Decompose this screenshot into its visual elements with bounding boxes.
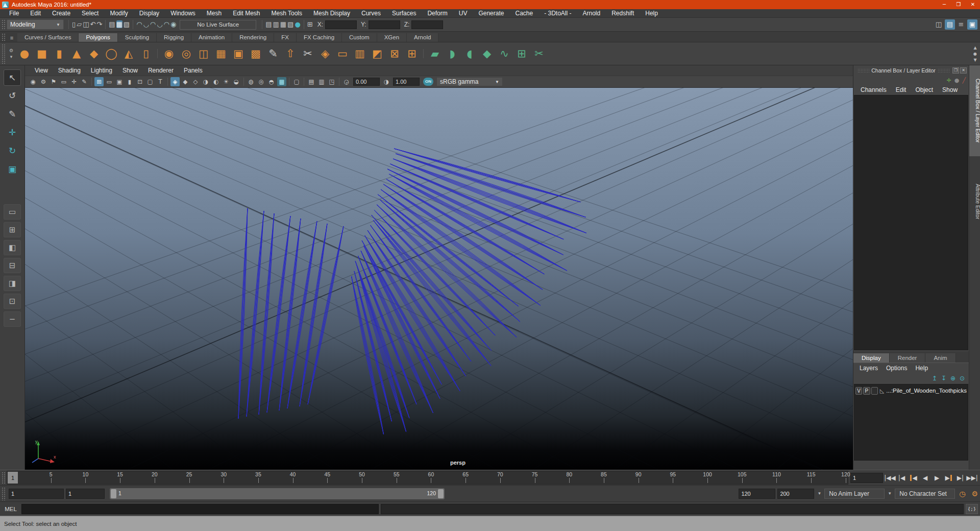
timeline-frame-15[interactable]: 15 bbox=[87, 471, 122, 484]
bookmark-icon[interactable]: ⚑ bbox=[49, 77, 58, 86]
anim-layer-select[interactable]: No Anim Layer bbox=[824, 489, 885, 499]
cut-sew-uv-icon[interactable]: ✂ bbox=[531, 45, 547, 62]
auto-keyframe-icon[interactable]: ◷ bbox=[957, 490, 967, 498]
layer-editor-tab-anim[interactable]: Anim bbox=[925, 353, 955, 363]
layer-display-type-toggle[interactable] bbox=[871, 387, 878, 395]
safe-title-icon[interactable]: T bbox=[156, 77, 165, 86]
menu-edit-mesh[interactable]: Edit Mesh bbox=[228, 9, 265, 17]
shelf-tab-rendering[interactable]: Rendering bbox=[232, 33, 274, 42]
menu-display[interactable]: Display bbox=[134, 9, 164, 17]
play-forwards-button[interactable]: ▶ bbox=[931, 472, 943, 484]
layout-two-pane-side[interactable]: ◧ bbox=[4, 240, 21, 255]
scroll-up-icon[interactable]: ▲ bbox=[973, 45, 976, 50]
exposure-icon[interactable]: ◶ bbox=[342, 77, 351, 86]
timeline-frame-75[interactable]: 75 bbox=[502, 471, 537, 484]
exposure-field[interactable] bbox=[353, 78, 380, 86]
quad-draw-icon[interactable]: ◩ bbox=[370, 45, 385, 62]
menu-file[interactable]: File bbox=[4, 9, 24, 17]
timeline-frame-25[interactable]: 25 bbox=[157, 471, 191, 484]
separate-icon[interactable]: ◎ bbox=[179, 45, 194, 62]
snap-to-grids-icon[interactable]: ◠ bbox=[136, 20, 142, 28]
menu-deform[interactable]: Deform bbox=[422, 9, 452, 17]
image-plane-icon[interactable]: ▭ bbox=[59, 77, 68, 86]
shelf-scrollbar[interactable]: ▲ ● ▼ bbox=[972, 45, 980, 62]
command-line-language-label[interactable]: MEL bbox=[2, 506, 19, 512]
go-to-start-button[interactable]: |◀◀ bbox=[884, 472, 896, 484]
bevel-icon[interactable]: ◈ bbox=[317, 45, 333, 62]
snap-to-view-planes-icon[interactable]: ◠ bbox=[164, 20, 169, 28]
view-transform-select[interactable]: sRGB gamma ▼ bbox=[436, 77, 503, 86]
timeline-frame-90[interactable]: 90 bbox=[606, 471, 641, 484]
character-set-select[interactable]: No Character Set bbox=[895, 489, 955, 499]
panel-close-button[interactable]: ✕ bbox=[960, 67, 967, 74]
timeline-frame-5[interactable]: 5 bbox=[18, 471, 53, 484]
timeline-ruler[interactable]: 1 51015202530354045505560657075808590951… bbox=[7, 471, 848, 485]
range-drag-handle[interactable] bbox=[1, 487, 6, 500]
layer-editor-tab-display[interactable]: Display bbox=[853, 353, 890, 363]
menu-set-selector[interactable]: Modeling ▼ bbox=[7, 19, 64, 30]
viewport-menu-panels[interactable]: Panels bbox=[179, 67, 207, 74]
open-scene-icon[interactable]: ▱ bbox=[77, 20, 82, 28]
layer-playback-toggle[interactable]: P bbox=[863, 387, 870, 395]
reduce-icon[interactable]: ▩ bbox=[248, 45, 263, 62]
channel-box-menu-object[interactable]: Object bbox=[911, 86, 937, 93]
timeline-frame-120[interactable]: 120 bbox=[813, 471, 848, 484]
xray-display-icon[interactable]: ◍ bbox=[247, 77, 256, 86]
gamma-field[interactable] bbox=[393, 78, 420, 86]
timeline-frame-40[interactable]: 40 bbox=[260, 471, 295, 484]
menu-create[interactable]: Create bbox=[47, 9, 76, 17]
layout-four-pane[interactable]: ⊞ bbox=[4, 222, 21, 237]
layer-row[interactable]: VP◺...:Pile_of_Wooden_Toothpicks bbox=[855, 385, 967, 396]
timeline-frame-105[interactable]: 105 bbox=[709, 471, 744, 484]
statusline-drag-handle[interactable] bbox=[1, 19, 6, 30]
menu-redshift[interactable]: Redshift bbox=[606, 9, 639, 17]
select-camera-icon[interactable]: ◉ bbox=[29, 77, 38, 86]
maximize-button[interactable]: ❒ bbox=[951, 0, 966, 9]
cylindrical-mapping-icon[interactable]: ◗ bbox=[445, 45, 460, 62]
render-current-frame-icon[interactable]: ▥ bbox=[273, 20, 279, 28]
layout-collapse[interactable]: − bbox=[4, 311, 21, 327]
layer-add-empty-icon[interactable]: ⊕ bbox=[950, 375, 955, 382]
select-by-hierarchy-icon[interactable]: ▤ bbox=[109, 20, 115, 28]
insert-edge-loop-icon[interactable]: ▥ bbox=[352, 45, 368, 62]
channel-box-menu-show[interactable]: Show bbox=[938, 86, 962, 93]
channel-list-area[interactable] bbox=[854, 95, 968, 350]
viewport-menu-renderer[interactable]: Renderer bbox=[143, 67, 178, 74]
timeline-frame-55[interactable]: 55 bbox=[364, 471, 399, 484]
shelf-tab-curves-surfaces[interactable]: Curves / Surfaces bbox=[17, 33, 79, 42]
new-scene-icon[interactable]: ▯ bbox=[72, 20, 76, 28]
snap-to-projected-center-icon[interactable]: ◡ bbox=[157, 20, 162, 28]
menu-mesh[interactable]: Mesh bbox=[202, 9, 227, 17]
menu-uv[interactable]: UV bbox=[454, 9, 473, 17]
shelf-tab-animation[interactable]: Animation bbox=[191, 33, 232, 42]
viewport-canvas[interactable]: yx persp bbox=[25, 88, 853, 470]
menu-help[interactable]: Help bbox=[640, 9, 663, 17]
menu-surfaces[interactable]: Surfaces bbox=[387, 9, 421, 17]
copy-view-icon[interactable]: ▤ bbox=[307, 77, 316, 86]
timeline-frame-35[interactable]: 35 bbox=[226, 471, 260, 484]
shelf-tab-fx[interactable]: FX bbox=[274, 33, 297, 42]
target-weld-icon[interactable]: ⊠ bbox=[387, 45, 402, 62]
poly-plane-icon[interactable]: ◆ bbox=[86, 45, 102, 62]
poly-pipe-icon[interactable]: ▯ bbox=[138, 45, 154, 62]
use-all-lights-icon[interactable]: ☀ bbox=[222, 77, 231, 86]
resolution-gate-icon[interactable]: ▣ bbox=[115, 77, 124, 86]
channel-box-layer-editor-icon[interactable]: ▣ bbox=[967, 19, 977, 30]
multisample-aa-icon[interactable]: ▩ bbox=[277, 77, 286, 86]
shelf-icons-drag-handle[interactable] bbox=[1, 43, 6, 64]
zoom-region-icon[interactable]: ◳ bbox=[327, 77, 336, 86]
crease-tool-icon[interactable]: ✎ bbox=[265, 45, 281, 62]
timeline-frame-45[interactable]: 45 bbox=[295, 471, 330, 484]
animation-preferences-icon[interactable]: ⚙ bbox=[969, 490, 980, 498]
grease-pencil-icon[interactable]: ✎ bbox=[80, 77, 89, 86]
timeline-frame-70[interactable]: 70 bbox=[468, 471, 502, 484]
shelf-tab-custom[interactable]: Custom bbox=[342, 33, 377, 42]
color-management-toggle[interactable]: ON bbox=[423, 78, 433, 86]
menu-arnold[interactable]: Arnold bbox=[578, 9, 606, 17]
poly-pyramid-icon[interactable]: ◭ bbox=[121, 45, 136, 62]
unfold-uv-icon[interactable]: ∿ bbox=[497, 45, 512, 62]
scroll-thumb[interactable]: ● bbox=[973, 52, 977, 56]
shelf-drag-handle[interactable] bbox=[1, 33, 6, 41]
current-time-marker[interactable]: 1 bbox=[8, 472, 18, 484]
coord-x-input[interactable] bbox=[325, 20, 357, 29]
